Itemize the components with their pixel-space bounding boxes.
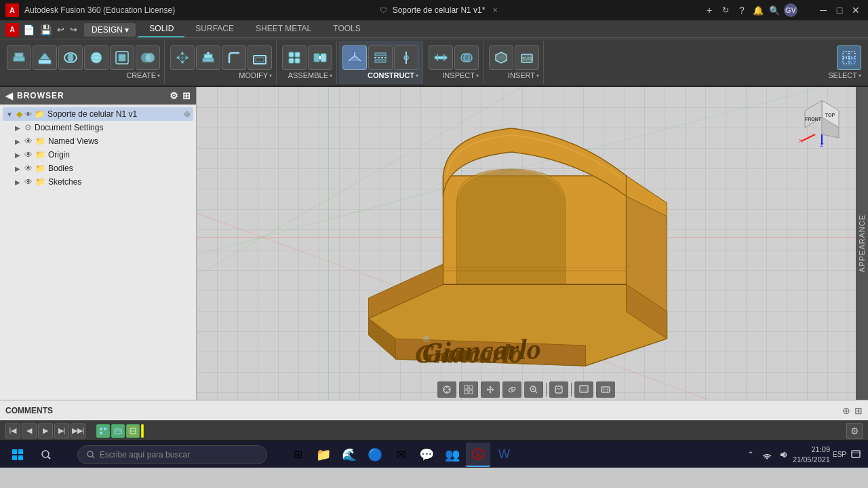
taskbar: Escribe aquí para buscar ⊞ 📁 🌊 🔵 ✉ 💬 👥 A… [0,440,868,468]
insert-svg-button[interactable]: SVG [515,45,539,70]
app-menu-button[interactable]: A [5,23,19,37]
boundary-fill-button[interactable] [110,45,134,70]
taskbar-edge[interactable]: 🌊 [337,443,361,467]
tab-sheet-metal[interactable]: SHEET METAL [245,21,322,37]
tree-item-named-views[interactable]: ▶ 👁 📁 Named Views [3,134,193,148]
view-cube[interactable]: TOP FRONT Z X [795,94,849,148]
redo-button[interactable]: ↪ [68,23,79,36]
press-pull-button[interactable] [196,45,220,70]
undo-button[interactable]: ↩ [56,23,66,36]
refresh-button[interactable]: ↻ [719,3,732,17]
add-tab-button[interactable]: + [703,3,716,17]
viewport[interactable]: Giancarlo [197,87,856,400]
save-button[interactable]: 💾 [39,23,53,37]
shell-button[interactable] [248,45,272,70]
move-button[interactable] [170,45,195,70]
maximize-button[interactable]: □ [833,3,846,17]
timeline-item-3[interactable] [126,424,140,438]
midplane-button[interactable] [368,45,393,70]
tree-item-origin[interactable]: ▶ 👁 📁 Origin [3,148,193,162]
interference-button[interactable] [454,45,479,70]
joint-button[interactable] [308,45,332,70]
revolve-button[interactable] [58,45,83,70]
modify-label[interactable]: MODIFY ▾ [239,71,272,79]
user-avatar[interactable]: GV [784,3,797,17]
tray-network-icon[interactable] [760,448,774,462]
taskbar-explorer[interactable]: 📁 [311,443,336,467]
taskbar-teams2[interactable]: 👥 [440,443,465,467]
browser-collapse-icon[interactable]: ◀ [5,90,13,101]
select-button[interactable] [837,45,861,70]
tree-item-root[interactable]: ▼ ◆ 👁 📁 Soporte de celular N1 v1 ⊕ [3,107,193,121]
new-component-button[interactable] [282,45,307,70]
browser-settings-icon[interactable]: ⚙ [170,90,178,101]
zoom-button[interactable] [524,381,543,398]
timeline-item-2[interactable] [111,424,125,438]
timeline-marker[interactable] [141,424,144,438]
extrude-button[interactable] [7,45,31,70]
tab-surface[interactable]: SURFACE [184,21,245,37]
tray-language-icon[interactable]: ESP [833,448,846,462]
notification-center-button[interactable] [849,448,863,462]
search-online-icon[interactable]: 🔍 [768,3,781,17]
tab-tools[interactable]: TOOLS [322,21,371,37]
window-title: 🛡 Soporte de celular N1 v1* × [175,5,703,15]
measure-button[interactable] [429,45,453,70]
environment-button[interactable] [596,381,615,398]
notification-icon[interactable]: 🔔 [751,3,765,17]
taskbar-search-bar[interactable]: Escribe aquí para buscar [77,445,267,464]
next-end-button[interactable]: ▶▶| [71,424,85,438]
tray-caret-icon[interactable]: ⌃ [744,448,757,462]
next-button[interactable]: ▶| [54,424,69,438]
insert-label[interactable]: INSERT ▾ [508,71,539,79]
sketch-button[interactable] [33,45,57,70]
select-label[interactable]: SELECT ▾ [828,71,861,79]
inspect-label[interactable]: INSPECT ▾ [442,71,479,79]
insert-mesh-button[interactable] [489,45,513,70]
pan-button[interactable] [481,381,500,398]
taskbar-taskview[interactable]: ⊞ [285,443,310,467]
minimize-button[interactable]: ─ [816,3,830,17]
tray-volume-icon[interactable] [776,448,790,462]
tree-action-root[interactable]: ⊕ [184,109,191,119]
comments-resize-icon[interactable]: ⊞ [854,405,863,416]
close-tab-icon[interactable]: × [493,5,498,15]
orbit-button[interactable] [502,381,521,398]
assemble-label[interactable]: ASSEMBLE ▾ [288,71,332,79]
tree-item-sketches[interactable]: ▶ 👁 📁 Sketches [3,175,193,189]
appearance-toggle-button[interactable] [549,381,568,398]
taskbar-chrome[interactable]: 🔵 [363,443,387,467]
system-clock[interactable]: 21:09 21/05/2021 [793,445,830,464]
prev-button[interactable]: ◀ [22,424,37,438]
taskbar-mail[interactable]: ✉ [389,443,413,467]
taskbar-word[interactable]: W [492,443,516,467]
offset-plane-button[interactable] [342,45,367,70]
sphere-button[interactable] [84,45,108,70]
appearance-panel[interactable]: APPEARANCE [856,87,868,400]
construct-label[interactable]: CONSTRUCT ▾ [368,71,418,79]
taskbar-teams[interactable]: 💬 [414,443,439,467]
snap-settings-button[interactable] [437,381,456,398]
comments-add-icon[interactable]: ⊕ [842,405,850,416]
taskbar-search[interactable] [34,443,58,467]
start-button[interactable] [3,443,33,467]
tree-item-bodies[interactable]: ▶ 👁 📁 Bodies [3,162,193,175]
design-mode-button[interactable]: DESIGN ▾ [85,23,136,37]
play-button[interactable]: ▶ [38,424,53,438]
timeline-settings-icon[interactable]: ⚙ [846,423,863,439]
display-mode-button[interactable] [574,381,593,398]
boolean-button[interactable] [136,45,160,70]
tab-solid[interactable]: SOLID [138,21,184,37]
create-label[interactable]: CREATE ▾ [126,71,160,79]
browser-resize-icon[interactable]: ⊞ [182,90,191,101]
axis-through-button[interactable] [394,45,418,70]
fillet-button[interactable] [222,45,246,70]
close-button[interactable]: ✕ [849,3,863,17]
taskbar-fusion360[interactable]: A [466,443,490,467]
prev-start-button[interactable]: |◀ [5,424,20,438]
help-icon[interactable]: ? [735,3,749,17]
grid-settings-button[interactable] [459,381,478,398]
new-file-button[interactable]: 📄 [22,23,36,37]
tree-item-doc-settings[interactable]: ▶ ⚙ Document Settings [3,121,193,134]
timeline-item-1[interactable] [96,424,110,438]
